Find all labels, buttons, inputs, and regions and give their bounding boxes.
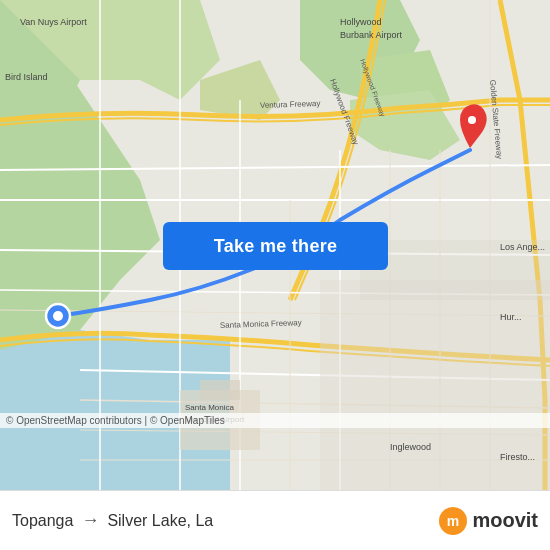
footer: Topanga → Silver Lake, La m moovit (0, 490, 550, 550)
map-container: Ventura Freeway Hollywood Freeway Hollyw… (0, 0, 550, 490)
svg-text:Van Nuys Airport: Van Nuys Airport (20, 17, 87, 27)
svg-point-47 (53, 311, 63, 321)
svg-rect-28 (200, 380, 240, 400)
svg-text:Hur...: Hur... (500, 312, 522, 322)
destination-label: Silver Lake, La (107, 512, 213, 530)
moovit-brand-text: moovit (472, 509, 538, 532)
svg-text:Santa Monica: Santa Monica (185, 403, 234, 412)
svg-text:Burbank Airport: Burbank Airport (340, 30, 403, 40)
svg-point-49 (468, 116, 476, 124)
svg-text:Bird Island: Bird Island (5, 72, 48, 82)
moovit-logo-icon: m (438, 506, 468, 536)
svg-text:m: m (447, 513, 459, 529)
svg-text:Hollywood: Hollywood (340, 17, 382, 27)
moovit-logo: m moovit (438, 506, 538, 536)
arrow-icon: → (81, 510, 99, 531)
take-me-there-button[interactable]: Take me there (163, 222, 388, 270)
route-info: Topanga → Silver Lake, La (12, 510, 438, 531)
attribution-text: © OpenStreetMap contributors | © OpenMap… (6, 415, 225, 426)
svg-text:Firesto...: Firesto... (500, 452, 535, 462)
origin-label: Topanga (12, 512, 73, 530)
svg-text:Inglewood: Inglewood (390, 442, 431, 452)
svg-text:Los Ange...: Los Ange... (500, 242, 545, 252)
map-attribution: © OpenStreetMap contributors | © OpenMap… (0, 413, 550, 428)
